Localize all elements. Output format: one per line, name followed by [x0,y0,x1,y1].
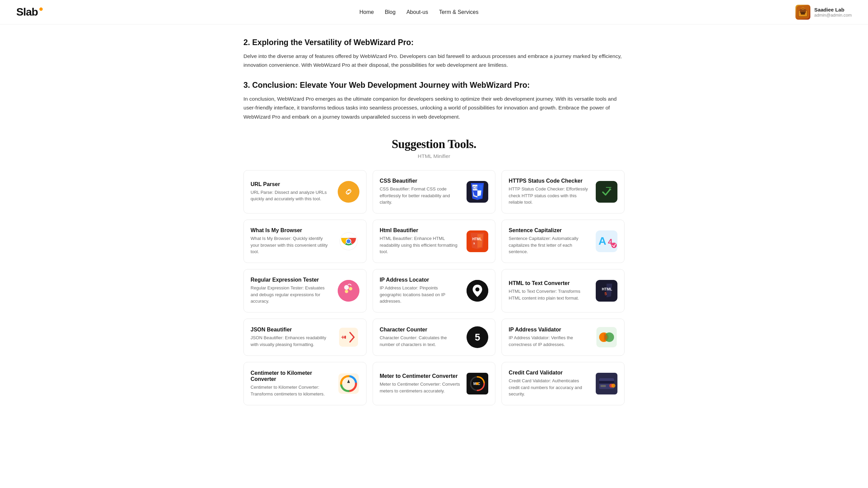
tool-info: HTTPS Status Code Checker HTTP Status Co… [509,178,590,206]
tool-name: HTML to Text Converter [509,280,590,286]
svg-point-51 [476,382,479,385]
tool-name: Regular Expression Tester [251,277,332,283]
svg-text:5: 5 [473,242,475,245]
tool-desc: IP Address Locator: Pinpoints geographic… [380,285,461,305]
svg-rect-54 [599,381,614,384]
tool-card[interactable]: Regular Expression Tester Regular Expres… [243,269,367,312]
tool-name: Sentence Capitalizer [509,227,590,233]
svg-text:HTML: HTML [602,287,612,291]
tool-name: Character Counter [380,327,461,333]
user-info: Saadiee Lab admin@admin.com [814,7,852,18]
svg-rect-12 [599,185,614,199]
css-beautifier-icon: CSS [467,181,488,203]
suggestion-title: Suggestion Tools. [243,138,625,151]
tool-info: Regular Expression Tester Regular Expres… [251,277,332,305]
tool-desc: Meter to Centimeter Converter: Converts … [380,381,461,394]
svg-rect-5 [802,8,804,9]
tool-name: Credit Card Validator [509,370,590,376]
svg-text:+: + [341,334,345,341]
nav-home[interactable]: Home [359,9,374,15]
tool-card[interactable]: HTTPS Status Code Checker HTTP Status Co… [501,170,625,214]
article-section-3: 3. Conclusion: Elevate Your Web Developm… [243,81,625,121]
svg-point-28 [349,287,352,290]
tool-card[interactable]: Centimeter to Kilometer Converter Centim… [243,362,367,405]
cm-icon [338,373,359,394]
tool-card[interactable]: IP Address Locator IP Address Locator: P… [373,269,496,312]
tool-card[interactable]: Credit Card Validator Credit Card Valida… [501,362,625,405]
json-icon: + [338,326,359,348]
char-counter-icon: 5 [467,326,488,348]
svg-point-17 [347,239,351,243]
tool-name: Html Beautifier [380,227,461,233]
tool-card[interactable]: Html Beautifier HTML Beautifier: Enhance… [373,220,496,263]
suggestion-subtitle: HTML Minifier [243,153,625,159]
tool-card[interactable]: URL Parser URL Parse: Dissect and analyz… [243,170,367,214]
tool-name: HTTPS Status Code Checker [509,178,590,184]
tool-desc: Character Counter: Calculates the number… [380,334,461,348]
avatar [795,5,810,20]
chrome-icon [338,230,359,252]
tool-name: JSON Beautifier [251,327,332,333]
svg-text:CSS: CSS [473,186,480,190]
nav-blog[interactable]: Blog [385,9,396,15]
tool-desc: JSON Beautifier: Enhances readability wi… [251,334,332,348]
tool-card[interactable]: IP Address Validator IP Address Validato… [501,319,625,356]
svg-point-26 [338,280,359,302]
tool-info: URL Parser URL Parse: Dissect and analyz… [251,181,332,202]
tool-desc: CSS Beautifier: Format CSS code effortle… [380,186,461,206]
section3-heading: 3. Conclusion: Elevate Your Web Developm… [243,81,625,90]
svg-point-29 [345,290,348,293]
svg-rect-55 [600,385,606,387]
nav-terms[interactable]: Term & Services [439,9,478,15]
tool-info: What Is My Browser What Is My Browser: Q… [251,227,332,255]
logo[interactable]: Slab [16,6,43,18]
nav-links: Home Blog About-us Term & Services [359,9,478,15]
html5-icon: HTML 5 [596,280,617,302]
tool-info: Character Counter Character Counter: Cal… [380,327,461,348]
main-content: 2. Exploring the Versatility of WebWizar… [227,24,641,426]
section2-text: Delve into the diverse array of features… [243,52,625,70]
tool-info: IP Address Locator IP Address Locator: P… [380,277,461,305]
tool-desc: Sentence Capitalizer: Automatically capi… [509,235,590,255]
tool-name: URL Parser [251,181,332,187]
tool-card[interactable]: JSON Beautifier JSON Beautifier: Enhance… [243,319,367,356]
nav-about[interactable]: About-us [407,9,428,15]
html-beautifier-icon: HTML 5 [467,230,488,252]
tool-name: Meter to Centimeter Converter [380,373,461,379]
tool-desc: What Is My Browser: Quickly identify you… [251,235,332,255]
tool-card[interactable]: Meter to Centimeter Converter Meter to C… [373,362,496,405]
tool-name: Centimeter to Kilometer Converter [251,370,332,382]
ipval-icon [596,326,617,348]
tool-desc: Credit Card Validator: Authenticates cre… [509,378,590,398]
tool-info: Meter to Centimeter Converter Meter to C… [380,373,461,394]
svg-text:A: A [598,235,606,247]
tool-name: IP Address Validator [509,327,590,333]
sentence-capitalizer-icon: A 4 [596,230,617,252]
tool-info: Credit Card Validator Credit Card Valida… [509,370,590,398]
tool-card[interactable]: What Is My Browser What Is My Browser: Q… [243,220,367,263]
tool-card[interactable]: HTML to Text Converter HTML to Text Conv… [501,269,625,312]
https-icon [596,181,617,203]
tool-info: Sentence Capitalizer Sentence Capitalize… [509,227,590,255]
tool-name: IP Address Locator [380,277,461,283]
section2-heading: 2. Exploring the Versatility of WebWizar… [243,38,625,47]
svg-text:HTML: HTML [472,237,482,241]
article-section-2: 2. Exploring the Versatility of WebWizar… [243,38,625,70]
svg-text:5: 5 [605,291,607,296]
logo-dot [39,7,43,11]
tool-card[interactable]: Character Counter Character Counter: Cal… [373,319,496,356]
nav-user: Saadiee Lab admin@admin.com [795,5,852,20]
svg-marker-9 [477,190,481,196]
tool-card[interactable]: CSS Beautifier CSS Beautifier: Format CS… [373,170,496,214]
tool-desc: HTML to Text Converter: Transforms HTML … [509,288,590,301]
ip-locator-icon [467,280,488,302]
tools-grid: URL Parser URL Parse: Dissect and analyz… [243,170,625,405]
tool-card[interactable]: Sentence Capitalizer Sentence Capitalize… [501,220,625,263]
tool-desc: IP Address Validator: Verifies the corre… [509,334,590,348]
cc-icon [596,373,617,394]
svg-point-31 [475,287,479,291]
tool-desc: Regular Expression Tester: Evaluates and… [251,285,332,305]
mtcm-icon: M/C [467,373,488,394]
tool-desc: URL Parse: Dissect and analyze URLs quic… [251,189,332,202]
svg-point-27 [344,285,349,290]
